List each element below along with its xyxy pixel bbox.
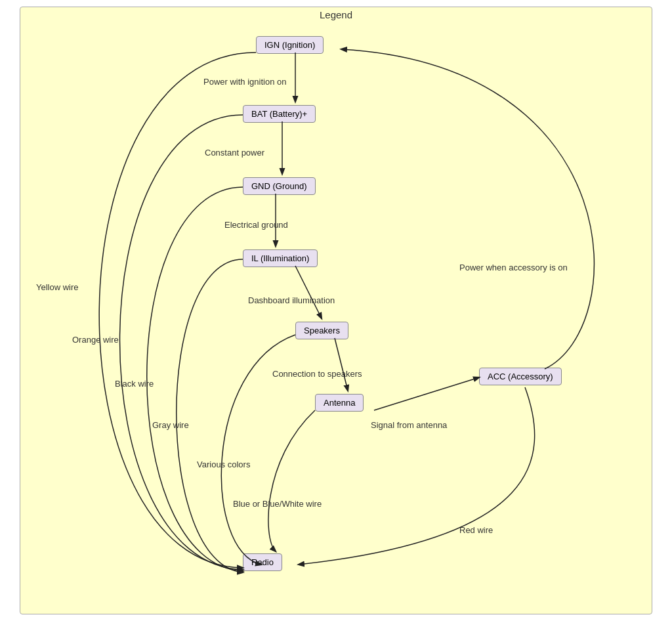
label-orange-wire: Orange wire	[72, 335, 119, 345]
node-speakers: Speakers	[295, 322, 348, 339]
legend-title: Legend	[320, 9, 352, 20]
node-antenna: Antenna	[315, 394, 364, 412]
node-radio: Radio	[243, 553, 282, 571]
label-constant-power: Constant power	[205, 148, 264, 158]
label-blue-wire: Blue or Blue/White wire	[233, 499, 322, 509]
label-yellow-wire: Yellow wire	[36, 282, 79, 292]
label-gray-wire: Gray wire	[152, 420, 189, 430]
label-electrical-ground: Electrical ground	[224, 220, 288, 230]
label-signal-from-antenna: Signal from antenna	[371, 420, 447, 430]
node-acc: ACC (Accessory)	[479, 368, 562, 385]
node-il: IL (Illumination)	[243, 249, 318, 267]
node-bat: BAT (Battery)+	[243, 105, 316, 123]
label-black-wire: Black wire	[115, 379, 154, 389]
label-power-ignition: Power with ignition on	[203, 77, 286, 87]
label-red-wire: Red wire	[459, 525, 493, 535]
label-connection-to-speakers: Connection to speakers	[272, 369, 362, 379]
label-various-colors: Various colors	[197, 460, 250, 469]
node-ign: IGN (Ignition)	[256, 36, 324, 54]
label-dashboard-illumination: Dashboard illumination	[248, 295, 335, 305]
node-gnd: GND (Ground)	[243, 177, 316, 195]
label-power-accessory: Power when accessory is on	[459, 263, 568, 272]
